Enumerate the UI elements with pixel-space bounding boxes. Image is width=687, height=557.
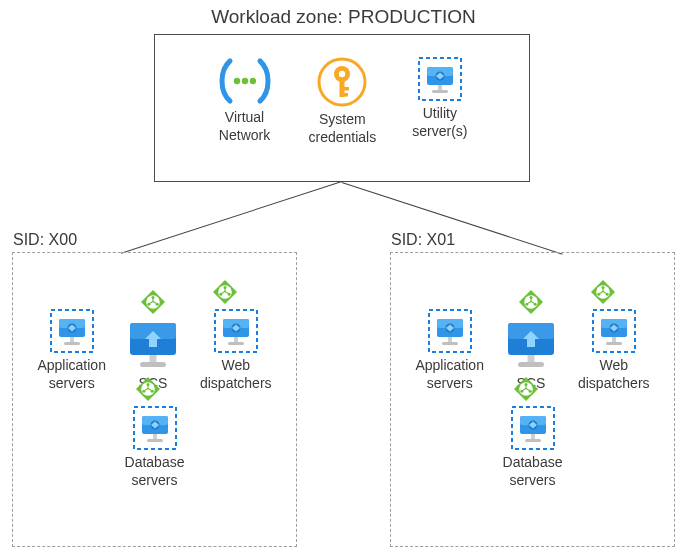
app-servers-label: Applicationservers [37,357,106,392]
web-dispatchers-label: Webdispatchers [200,357,272,392]
svg-rect-8 [343,93,348,97]
load-balancer-icon [135,376,161,402]
svg-rect-54 [442,342,458,345]
vm-icon [511,406,555,450]
svg-rect-14 [432,90,448,93]
load-balancer-icon [212,279,238,305]
vnet-icon [217,57,273,105]
svg-rect-7 [343,87,349,91]
vm-icon [418,57,462,101]
svg-rect-27 [149,355,156,362]
app-servers-cell-x00: Applicationservers [37,309,106,392]
utility-cell: Utilityserver(s) [412,57,467,146]
web-dispatchers-cell-x01: Webdispatchers [578,309,650,392]
db-servers-cell-x00: Databaseservers [125,406,185,489]
scs-icon [502,319,560,371]
svg-rect-13 [438,85,442,90]
app-servers-cell-x01: Applicationservers [415,309,484,392]
svg-point-1 [241,78,247,84]
svg-rect-20 [64,342,80,345]
zone-title: Workload zone: PRODUCTION [0,6,687,28]
vm-icon [428,309,472,353]
svg-rect-38 [228,342,244,345]
vnet-cell: VirtualNetwork [217,57,273,146]
creds-label: Systemcredentials [309,111,377,146]
svg-rect-62 [518,362,544,367]
svg-point-0 [233,78,239,84]
vm-icon [50,309,94,353]
load-balancer-icon [518,289,544,315]
sid-box-x01: SID: X01 Applicationservers SCS [390,252,675,547]
svg-point-5 [339,71,345,77]
vm-icon [592,309,636,353]
svg-rect-28 [140,362,166,367]
sid-box-x00: SID: X00 Applicationservers SCS [12,252,297,547]
web-dispatchers-cell-x00: Webdispatchers [200,309,272,392]
load-balancer-icon [590,279,616,305]
connector-line-left [121,181,342,254]
load-balancer-icon [513,376,539,402]
sid-title-x00: SID: X00 [13,231,77,249]
svg-rect-53 [448,337,452,342]
svg-rect-82 [525,439,541,442]
creds-cell: Systemcredentials [309,57,377,146]
web-dispatchers-label: Webdispatchers [578,357,650,392]
svg-rect-47 [153,434,157,439]
scs-icon [124,319,182,371]
load-balancer-icon [140,289,166,315]
svg-point-2 [249,78,255,84]
vm-icon [214,309,258,353]
vnet-label: VirtualNetwork [219,109,270,144]
vm-icon [133,406,177,450]
key-icon [317,57,367,107]
svg-rect-48 [147,439,163,442]
svg-rect-37 [234,337,238,342]
app-servers-label: Applicationservers [415,357,484,392]
sid-title-x01: SID: X01 [391,231,455,249]
svg-rect-81 [531,434,535,439]
svg-rect-61 [527,355,534,362]
svg-rect-72 [606,342,622,345]
svg-rect-71 [612,337,616,342]
svg-rect-19 [70,337,74,342]
db-servers-label: Databaseservers [503,454,563,489]
utility-label: Utilityserver(s) [412,105,467,140]
db-servers-label: Databaseservers [125,454,185,489]
db-servers-cell-x01: Databaseservers [503,406,563,489]
workload-zone-box: VirtualNetwork Systemcredentials Utility… [154,34,530,182]
